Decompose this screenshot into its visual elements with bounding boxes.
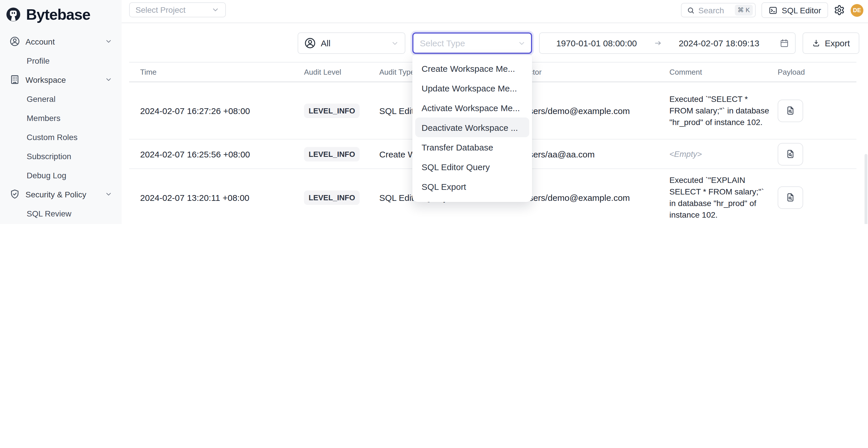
date-range-picker[interactable]: 1970-01-01 08:00:00 2024-02-07 18:09:13 bbox=[539, 32, 796, 54]
select-project-label: Select Project bbox=[135, 5, 186, 14]
level-badge: LEVEL_INFO bbox=[304, 103, 360, 118]
export-button[interactable]: Export bbox=[803, 32, 859, 54]
column-header-actor: Actor bbox=[524, 68, 663, 76]
payload-view-button[interactable] bbox=[778, 186, 803, 209]
sidebar-item-members[interactable]: Members bbox=[5, 109, 117, 127]
calendar-icon bbox=[779, 38, 789, 48]
search-input[interactable]: Search ⌘ K bbox=[681, 3, 756, 18]
chevron-down-icon bbox=[391, 39, 399, 47]
export-label: Export bbox=[825, 38, 850, 48]
actor-filter-dropdown[interactable]: All bbox=[298, 32, 405, 54]
cell-actor: users/demo@example.com bbox=[524, 106, 663, 116]
scrollbar-thumb[interactable] bbox=[865, 154, 867, 224]
cell-comment: Executed `"SELECT * FROM salary;"` in da… bbox=[663, 93, 770, 128]
menu-item-activate-workspace-member[interactable]: Activate Workspace Me... bbox=[412, 98, 532, 118]
payload-view-button[interactable] bbox=[778, 99, 803, 122]
sidebar: Bytebase Account Profile Workspace Gener… bbox=[0, 0, 122, 224]
search-placeholder: Search bbox=[698, 5, 724, 15]
building-icon bbox=[9, 74, 20, 85]
chevron-down-icon bbox=[211, 6, 219, 14]
payload-view-button[interactable] bbox=[778, 143, 803, 165]
cell-comment: <Empty> bbox=[663, 148, 770, 160]
sidebar-item-debug-log[interactable]: Debug Log bbox=[5, 166, 117, 184]
search-shortcut-badge: ⌘ K bbox=[735, 5, 753, 15]
select-project-dropdown[interactable]: Select Project bbox=[129, 2, 226, 18]
file-search-icon bbox=[785, 149, 796, 159]
user-circle-icon bbox=[9, 36, 20, 47]
sidebar-item-label: Account bbox=[26, 37, 55, 46]
arrow-right-icon bbox=[653, 39, 662, 47]
brand: Bytebase bbox=[0, 0, 122, 29]
search-icon bbox=[687, 6, 695, 14]
column-header-audit-level: Audit Level bbox=[298, 68, 373, 76]
file-search-icon bbox=[785, 192, 796, 202]
chevron-down-icon bbox=[105, 76, 112, 83]
chevron-down-icon bbox=[518, 39, 526, 47]
date-start-value[interactable]: 1970-01-01 08:00:00 bbox=[540, 38, 653, 48]
sidebar-item-sql-review[interactable]: SQL Review bbox=[5, 204, 117, 222]
sidebar-item-slow-query[interactable]: Slow Query bbox=[5, 223, 117, 224]
cell-time: 2024-02-07 16:27:26 +08:00 bbox=[129, 106, 298, 116]
level-badge: LEVEL_INFO bbox=[304, 190, 360, 204]
column-header-time: Time bbox=[129, 68, 298, 76]
chevron-down-icon bbox=[105, 38, 112, 45]
sidebar-item-security-policy[interactable]: Security & Policy bbox=[5, 185, 117, 203]
user-circle-icon bbox=[304, 37, 316, 49]
menu-item-sql-editor-query[interactable]: SQL Editor Query bbox=[412, 157, 532, 177]
gear-icon[interactable] bbox=[834, 5, 845, 15]
sql-editor-label: SQL Editor bbox=[782, 5, 821, 15]
cell-time: 2024-02-07 16:25:56 +08:00 bbox=[129, 149, 298, 159]
cell-actor: users/aa@aa.com bbox=[524, 149, 663, 159]
chevron-down-icon bbox=[105, 190, 112, 198]
sidebar-item-profile[interactable]: Profile bbox=[5, 52, 117, 69]
menu-item-transfer-database[interactable]: Transfer Database bbox=[412, 137, 532, 157]
topbar: Select Project Search ⌘ K SQL Editor DE bbox=[122, 0, 868, 23]
audit-type-select[interactable]: Select Type bbox=[412, 32, 532, 54]
sidebar-item-workspace[interactable]: Workspace bbox=[5, 71, 117, 89]
audit-log-page: Bytebase Account Profile Workspace Gener… bbox=[0, 0, 868, 224]
sql-editor-button[interactable]: SQL Editor bbox=[762, 2, 828, 18]
sidebar-item-label: Security & Policy bbox=[26, 190, 86, 199]
column-header-comment: Comment bbox=[663, 68, 770, 76]
shield-check-icon bbox=[9, 189, 20, 200]
cell-comment: Executed `"EXPLAIN SELECT * FROM salary;… bbox=[663, 174, 770, 221]
date-end-value[interactable]: 2024-02-07 18:09:13 bbox=[662, 38, 776, 48]
audit-type-placeholder: Select Type bbox=[420, 38, 465, 48]
menu-item-update-workspace-member[interactable]: Update Workspace Me... bbox=[412, 78, 532, 98]
avatar[interactable]: DE bbox=[850, 4, 863, 17]
sidebar-item-account[interactable]: Account bbox=[5, 32, 117, 50]
bytebase-logo-icon bbox=[6, 7, 21, 22]
cell-actor: users/demo@example.com bbox=[524, 192, 663, 202]
sidebar-nav: Account Profile Workspace General Member… bbox=[0, 29, 122, 224]
actor-filter-value: All bbox=[321, 38, 330, 48]
file-search-icon bbox=[785, 105, 796, 116]
brand-name: Bytebase bbox=[26, 5, 90, 24]
sidebar-item-subscription[interactable]: Subscription bbox=[5, 147, 117, 165]
cell-time: 2024-02-07 13:20:11 +08:00 bbox=[129, 192, 298, 202]
menu-item-deactivate-workspace-member[interactable]: Deactivate Workspace ... bbox=[415, 118, 529, 137]
menu-item-create-workspace-member[interactable]: Create Workspace Me... bbox=[412, 59, 532, 78]
level-badge: LEVEL_INFO bbox=[304, 147, 360, 161]
topbar-actions: Search ⌘ K SQL Editor DE bbox=[681, 2, 863, 18]
sidebar-item-custom-roles[interactable]: Custom Roles bbox=[5, 128, 117, 146]
sidebar-item-label: Workspace bbox=[26, 75, 66, 84]
column-header-payload: Payload bbox=[770, 68, 857, 76]
terminal-icon bbox=[768, 5, 778, 15]
menu-item-sql-export[interactable]: SQL Export bbox=[412, 177, 532, 196]
main-content: Select Project Search ⌘ K SQL Editor DE bbox=[122, 0, 868, 224]
sidebar-item-general[interactable]: General bbox=[5, 90, 117, 108]
audit-type-menu: Create Workspace Me... Update Workspace … bbox=[412, 55, 532, 202]
download-icon bbox=[812, 39, 821, 47]
